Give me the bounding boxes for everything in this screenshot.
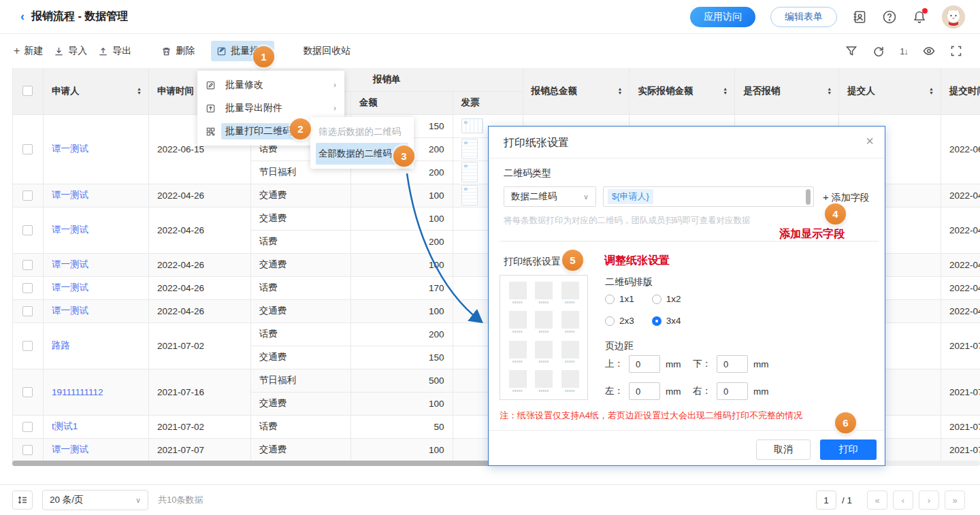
dialog-footer: 取消 打印 [489, 430, 885, 467]
margin-top-input[interactable]: 0 [629, 355, 660, 373]
cancel-button[interactable]: 取消 [756, 439, 811, 460]
applicant-link[interactable]: 19111111112 [52, 387, 103, 397]
edit-form-button[interactable]: 编辑表单 [770, 7, 837, 27]
applicant-link[interactable]: t测试1 [52, 421, 78, 431]
select-all-checkbox[interactable] [22, 86, 33, 96]
sort-icon[interactable]: ▲▼ [137, 87, 142, 95]
header-submitter[interactable]: 提交人▲▼ [839, 68, 941, 114]
row-checkbox[interactable] [22, 190, 33, 201]
recycle-bin-button[interactable]: 数据回收站 [297, 41, 356, 61]
applicant-link[interactable]: 谭一测试 [52, 144, 88, 154]
margin-left-input[interactable]: 0 [629, 382, 660, 400]
applicant-link[interactable]: 路路 [52, 340, 70, 350]
apply-date-cell: 2021-07-16 [148, 369, 250, 415]
page-size-select[interactable]: 20 条/页 ∨ [42, 490, 148, 510]
new-button[interactable]: + 新建 [8, 41, 48, 61]
annotation-adjust-paper: 调整纸张设置 [604, 254, 670, 268]
prev-page-button[interactable]: ‹ [893, 491, 913, 510]
applicant-link[interactable]: 谭一测试 [52, 259, 88, 269]
back-icon[interactable]: ‹ [20, 10, 24, 24]
header-amount[interactable]: 金额 [350, 91, 453, 114]
menu-item-batch-export-attachments[interactable]: 批量导出附件 › [197, 97, 344, 120]
input-scrollbar[interactable] [806, 189, 811, 205]
invoice-thumbnail[interactable] [461, 118, 483, 133]
margin-right-input[interactable]: 0 [717, 382, 748, 400]
notification-bell-icon[interactable] [912, 10, 927, 24]
visibility-icon[interactable] [923, 45, 935, 57]
delete-button[interactable]: 删除 [156, 41, 200, 61]
step-badge-4: 4 [825, 203, 846, 225]
margin-bottom-input[interactable]: 0 [717, 355, 748, 373]
sort-icon[interactable]: ▲▼ [827, 87, 832, 95]
invoice-thumbnail[interactable] [461, 162, 478, 182]
submenu-item-filtered-qrcode[interactable]: 筛选后数据的二维码 [316, 121, 408, 143]
next-page-button[interactable]: › [919, 491, 939, 510]
header-total-amount[interactable]: 报销总金额▲▼ [523, 68, 630, 114]
radio-layout-2x3[interactable]: 2x3 [605, 316, 634, 326]
qr-layout-label: 二维码排版 [605, 276, 653, 288]
menu-item-batch-edit[interactable]: 批量修改 › [197, 73, 344, 97]
checkbox-cell [13, 299, 44, 322]
row-checkbox[interactable] [22, 341, 33, 351]
amount-cell: 500 [350, 369, 453, 392]
sort-icon[interactable]: ▲▼ [723, 87, 728, 95]
invoice-thumbnail[interactable] [461, 185, 478, 205]
fullscreen-icon[interactable] [950, 45, 962, 57]
margin-bottom-label: 下： [693, 358, 711, 370]
applicant-link[interactable]: 谭一测试 [52, 282, 88, 293]
header-actual-amount[interactable]: 实际报销金额▲▼ [630, 68, 735, 114]
refresh-icon[interactable] [872, 45, 885, 57]
applicant-link[interactable]: 谭一测试 [52, 190, 88, 200]
last-page-button[interactable]: » [945, 491, 965, 510]
row-checkbox[interactable] [22, 260, 33, 270]
sort-icon[interactable]: ▲▼ [929, 87, 934, 95]
radio-layout-3x4[interactable]: 3x4 [652, 316, 681, 326]
amount-cell: 100 [350, 184, 453, 207]
export-button[interactable]: 导出 [93, 41, 137, 61]
first-page-button[interactable]: « [867, 491, 887, 510]
app-access-button[interactable]: 应用访问 [690, 7, 755, 27]
row-checkbox[interactable] [22, 306, 33, 316]
header-invoice[interactable]: 发票 [453, 91, 523, 114]
invoice-thumbnail[interactable] [461, 139, 478, 159]
print-paper-settings-dialog: 打印纸张设置 × 二维码类型 数据二维码 ∨ ${申请人} + 添加字段 将每条… [488, 126, 885, 466]
amount-cell: 150 [350, 346, 453, 369]
header-applicant[interactable]: 申请人▲▼ [43, 68, 148, 114]
row-checkbox[interactable] [22, 387, 33, 397]
qr-field-input[interactable]: ${申请人} [603, 186, 814, 207]
user-avatar[interactable] [942, 5, 965, 29]
address-book-icon[interactable] [852, 10, 867, 24]
row-checkbox[interactable] [22, 225, 33, 235]
row-checkbox[interactable] [22, 283, 33, 293]
header-is-reimbursed[interactable]: 是否报销▲▼ [735, 68, 839, 114]
row-checkbox[interactable] [22, 445, 33, 455]
add-field-button[interactable]: + 添加字段 [823, 191, 870, 204]
applicant-cell: 谭一测试 [43, 184, 148, 207]
header-submit-time[interactable]: 提交时间 [941, 68, 980, 114]
category-cell: 话费 [250, 230, 350, 253]
trash-icon [161, 46, 172, 56]
close-icon[interactable]: × [866, 133, 874, 149]
radio-layout-1x1[interactable]: 1x1 [605, 294, 634, 304]
notification-dot [922, 8, 928, 14]
applicant-link[interactable]: 谭一测试 [52, 444, 88, 454]
field-token[interactable]: ${申请人} [608, 189, 653, 204]
apply-date-cell: 2022-04-26 [148, 276, 250, 299]
chevron-right-icon: › [333, 103, 336, 113]
import-button[interactable]: 导入 [48, 41, 93, 61]
row-height-button[interactable] [12, 491, 33, 510]
page-number-input[interactable]: 1 [816, 491, 836, 510]
applicant-link[interactable]: 谭一测试 [52, 305, 88, 316]
help-icon[interactable] [882, 10, 897, 24]
applicant-link[interactable]: 谭一测试 [52, 225, 88, 235]
row-checkbox[interactable] [22, 422, 33, 432]
apply-date-cell: 2022-04-26 [148, 299, 250, 322]
row-checkbox[interactable] [22, 144, 33, 154]
page-total-text: / 1 [842, 495, 852, 505]
print-button[interactable]: 打印 [820, 439, 877, 460]
radio-layout-1x2[interactable]: 1x2 [652, 294, 681, 304]
qr-type-select[interactable]: 数据二维码 ∨ [504, 186, 596, 207]
filter-icon[interactable] [845, 45, 858, 57]
row-sort-icon[interactable]: 1↓ [900, 46, 908, 56]
sort-icon[interactable]: ▲▼ [617, 87, 622, 95]
